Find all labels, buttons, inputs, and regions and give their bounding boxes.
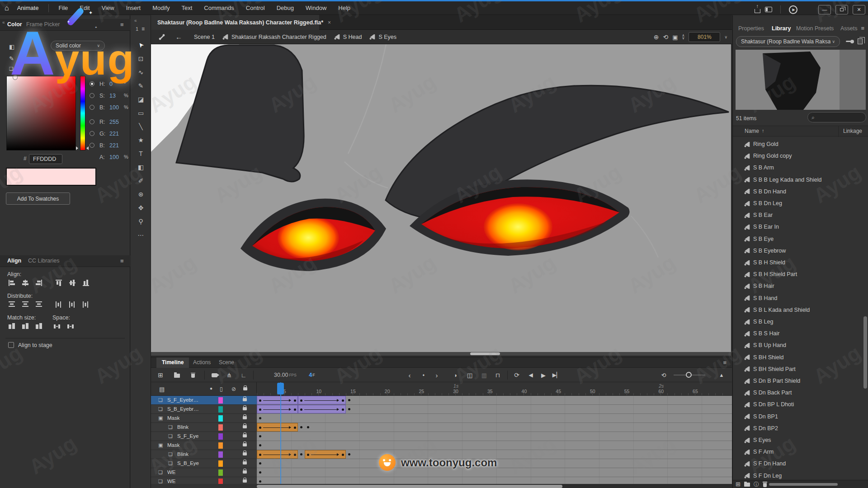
layer-name[interactable]: Mask — [167, 415, 179, 421]
stroke-color-icon[interactable]: ✎ — [9, 55, 14, 62]
more-tools[interactable]: ⋯ — [131, 229, 151, 241]
menu-insert[interactable]: Insert — [120, 1, 147, 15]
keyframe-dot[interactable] — [259, 435, 261, 437]
align-button-match-height[interactable] — [20, 322, 31, 331]
keyframe-dot[interactable] — [259, 444, 261, 446]
channel-value[interactable]: 221 — [109, 142, 123, 149]
scrollbar-thumb[interactable] — [769, 483, 838, 486]
share-icon[interactable] — [755, 9, 760, 13]
tab-actions[interactable]: Actions — [188, 357, 216, 368]
layer-row-WE[interactable]: ❏WE — [151, 468, 257, 477]
layer-name[interactable]: Mask — [167, 442, 179, 448]
layer-name[interactable]: Blink — [177, 451, 189, 457]
polystar-tool[interactable]: ★ — [131, 134, 151, 146]
layer-color-chip[interactable] — [218, 424, 223, 431]
text-tool[interactable]: T — [131, 147, 151, 160]
library-item[interactable]: S B Arm — [733, 162, 868, 174]
breadcrumb-symbol-3[interactable]: S Eyes — [378, 34, 396, 40]
chevron-down-icon[interactable]: ∨ — [724, 35, 727, 39]
brush-tool[interactable]: ✎ — [131, 80, 151, 92]
align-button-align-bottom[interactable] — [80, 278, 91, 287]
library-item[interactable]: S Dn BP2 — [733, 422, 868, 434]
layer-row-Mask[interactable]: ▣Mask — [151, 441, 257, 450]
keyframe-dot[interactable] — [348, 408, 350, 410]
library-item[interactable]: S B Dn Hand — [733, 186, 868, 197]
library-item[interactable]: S B B Leg Kada and Shield — [733, 174, 868, 186]
channel-radio[interactable] — [90, 93, 94, 98]
tween-span[interactable] — [298, 405, 346, 413]
new-symbol-icon[interactable]: ⊞ — [736, 481, 741, 487]
tween-span[interactable] — [257, 450, 298, 459]
pin-library-icon[interactable] — [846, 41, 853, 42]
close-button[interactable]: ✕ — [853, 5, 865, 14]
library-item[interactable]: S F Dn Leg — [733, 470, 868, 480]
graph-editor-icon[interactable]: ∟ — [239, 368, 249, 382]
keyframe-dot[interactable] — [259, 480, 261, 483]
keyframe-dot[interactable] — [307, 426, 309, 428]
library-document-select[interactable]: Shaktasur (Roop Badlne Wala Raksash)… ∨ — [736, 36, 840, 47]
tween-span[interactable] — [257, 423, 298, 432]
frame-row-S_F_Eye[interactable] — [257, 432, 732, 441]
highlight-column-icon[interactable]: ● — [210, 386, 212, 391]
tween-span[interactable] — [257, 396, 298, 404]
frame-rate[interactable]: 30.00FPS — [265, 368, 306, 382]
layer-name[interactable]: WE — [167, 469, 176, 475]
library-item[interactable]: S B Hand — [733, 292, 868, 304]
test-movie-icon[interactable]: ▶ — [789, 5, 797, 14]
align-button-match-width[interactable] — [6, 322, 17, 331]
align-to-stage-checkbox[interactable] — [8, 342, 14, 348]
channel-value[interactable]: 0 — [109, 81, 123, 87]
layer-color-chip[interactable] — [218, 433, 223, 440]
tab-library[interactable]: Library — [772, 25, 791, 32]
align-button-distribute-left[interactable] — [53, 300, 64, 309]
library-item[interactable]: S B H Shield — [733, 257, 868, 268]
reset-timeline-zoom-icon[interactable]: ⟲ — [659, 368, 668, 382]
layer-color-chip[interactable] — [218, 397, 223, 404]
lock-icon[interactable] — [243, 479, 247, 483]
hue-strip[interactable] — [80, 76, 85, 150]
parenting-view-icon[interactable]: ⋔ — [224, 368, 234, 382]
library-item[interactable]: S B Up Hand — [733, 339, 868, 351]
lock-icon[interactable] — [243, 470, 247, 474]
layer-name[interactable]: WE — [167, 479, 176, 484]
channel-value[interactable]: 100 — [109, 154, 123, 160]
clip-content-icon[interactable]: ▣ — [672, 34, 678, 41]
layer-color-chip[interactable] — [218, 460, 223, 467]
tab-properties[interactable]: Properties — [738, 25, 764, 32]
rectangle-tool[interactable]: ▭ — [131, 107, 151, 119]
menu-window[interactable]: Window — [300, 1, 332, 15]
back-arrow-icon[interactable]: ← — [175, 33, 182, 41]
layer-color-chip[interactable] — [218, 442, 223, 449]
align-button-match-both[interactable] — [33, 322, 44, 331]
scrollbar-thumb[interactable] — [470, 352, 500, 355]
tab-motion-presets[interactable]: Motion Presets — [796, 25, 834, 32]
color-type-select[interactable]: Solid color ∨ — [51, 41, 105, 51]
breadcrumb-symbol-2[interactable]: S Head — [343, 34, 362, 40]
minimize-button[interactable]: — — [818, 5, 831, 14]
keyframe-dot[interactable] — [259, 417, 261, 419]
library-item[interactable]: S B Hair — [733, 280, 868, 292]
hue-arrow-left[interactable] — [76, 146, 78, 150]
keyframe-dot[interactable] — [348, 399, 350, 401]
home-icon[interactable]: ⌂ — [5, 4, 9, 12]
line-tool[interactable]: ╲ — [131, 120, 151, 133]
color-picker-indicator[interactable] — [13, 75, 18, 80]
step-forward-keyframe-icon[interactable]: › — [432, 368, 441, 382]
layer-row-WE[interactable]: ❏WE — [151, 477, 257, 484]
scrollbar-thumb[interactable] — [257, 485, 562, 488]
insert-frame-icon[interactable]: ⊓ — [493, 368, 503, 382]
asset-warp-tool[interactable]: ⊛ — [131, 188, 151, 201]
library-vertical-scrollbar[interactable] — [863, 316, 867, 389]
new-folder-icon[interactable] — [172, 368, 182, 382]
zoom-tool[interactable]: ⚲ — [131, 215, 151, 228]
next-frame-icon[interactable]: ▶▏ — [552, 368, 561, 382]
eraser-tool[interactable]: ◪ — [131, 93, 151, 106]
layer-row-Blink[interactable]: ❏Blink — [151, 450, 257, 459]
layer-color-chip[interactable] — [218, 415, 223, 422]
align-button-distribute-right[interactable] — [80, 300, 91, 309]
layer-name[interactable]: S_B_Eyebr… — [167, 406, 199, 412]
sort-arrow-icon[interactable]: ↑ — [762, 128, 764, 133]
timeline-horizontal-scrollbar[interactable] — [257, 484, 732, 488]
library-search-input[interactable]: ⌕ — [807, 112, 866, 122]
breadcrumb-scene[interactable]: Scene 1 — [194, 34, 215, 40]
